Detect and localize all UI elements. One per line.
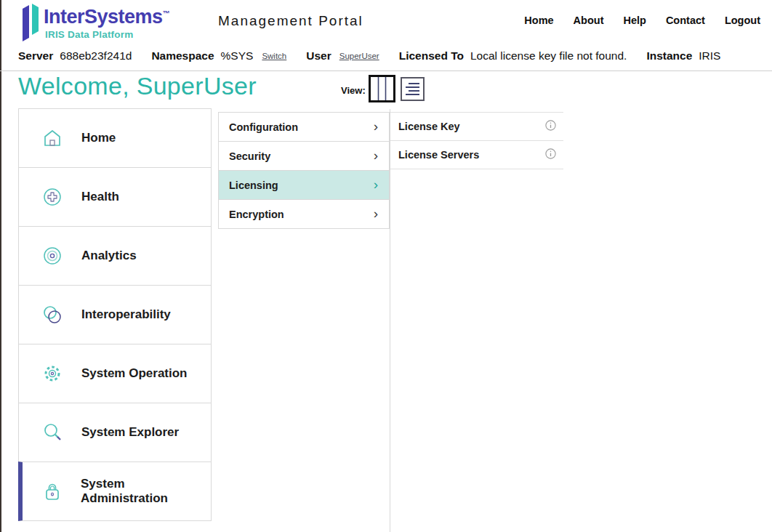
namespace-label: Namespace: [151, 49, 214, 63]
sidebar-item-system-administration[interactable]: System Administration: [18, 462, 212, 521]
chevron-right-icon: ›: [374, 177, 378, 191]
administration-submenu: Configuration › Security › Licensing › E…: [218, 113, 390, 229]
user-profile-link[interactable]: SuperUser: [339, 52, 379, 60]
main-menu-sidebar: Home Health Analytics: [18, 109, 212, 521]
sidebar-item-label: System Administration: [81, 477, 211, 506]
panel-item-label: License Servers: [398, 149, 479, 161]
panel-item-label: License Key: [398, 121, 460, 132]
header-divider: [0, 70, 772, 71]
top-nav: Home About Help Contact Logout: [524, 15, 760, 26]
submenu-item-licensing[interactable]: Licensing ›: [218, 170, 390, 200]
instance-value: IRIS: [699, 49, 720, 63]
system-operation-icon: [41, 362, 64, 385]
page-title: Management Portal: [218, 13, 363, 29]
health-icon: [41, 185, 64, 209]
submenu-item-label: Licensing: [229, 180, 278, 191]
licensing-panel: License Key License Servers: [390, 113, 563, 169]
user-label: User: [306, 49, 331, 63]
sidebar-item-analytics[interactable]: Analytics: [18, 226, 212, 286]
submenu-item-label: Encryption: [229, 209, 284, 220]
licensed-to-label: Licensed To: [399, 49, 464, 63]
sidebar-item-health[interactable]: Health: [18, 167, 212, 227]
licensed-to-value: Local license key file not found.: [470, 49, 627, 63]
page-left-edge: [0, 0, 1, 532]
sidebar-item-label: System Operation: [81, 366, 188, 381]
management-portal-page: InterSystems™ IRIS Data Platform Managem…: [0, 0, 772, 532]
view-label: View:: [341, 85, 366, 96]
submenu-item-label: Security: [229, 150, 270, 162]
system-explorer-icon: [41, 421, 64, 444]
panel-item-license-key[interactable]: License Key: [390, 112, 563, 141]
nav-link-about[interactable]: About: [574, 15, 604, 26]
brand-wordmark: InterSystems™: [44, 6, 169, 28]
sidebar-item-system-explorer[interactable]: System Explorer: [18, 403, 212, 462]
system-administration-icon: [41, 480, 63, 503]
interoperability-icon: [41, 303, 64, 326]
home-icon: [41, 126, 64, 150]
info-icon[interactable]: [545, 148, 556, 162]
nav-link-logout[interactable]: Logout: [725, 15, 760, 26]
info-icon[interactable]: [545, 120, 556, 134]
analytics-icon: [41, 244, 64, 267]
sidebar-item-label: Analytics: [81, 249, 137, 263]
submenu-item-configuration[interactable]: Configuration ›: [218, 112, 390, 142]
intersystems-logo-icon: [22, 2, 41, 44]
sidebar-item-interoperability[interactable]: Interoperability: [18, 285, 212, 344]
licensed-to-group: Licensed To Local license key file not f…: [399, 49, 627, 63]
chevron-right-icon: ›: [374, 148, 378, 162]
user-group: User SuperUser: [306, 49, 379, 63]
columns-view-icon[interactable]: [369, 75, 395, 102]
server-label: Server: [18, 49, 53, 63]
chevron-right-icon: ›: [374, 206, 378, 220]
switch-namespace-link[interactable]: Switch: [262, 52, 286, 60]
welcome-heading: Welcome, SuperUser: [18, 72, 257, 100]
nav-link-help[interactable]: Help: [623, 15, 646, 26]
column-divider: [390, 109, 390, 532]
instance-group: Instance IRIS: [646, 49, 720, 63]
namespace-value: %SYS: [221, 49, 254, 63]
panel-item-license-servers[interactable]: License Servers: [390, 140, 563, 169]
brand-subtitle: IRIS Data Platform: [45, 29, 133, 40]
sidebar-item-label: Interoperability: [81, 307, 171, 322]
sidebar-item-system-operation[interactable]: System Operation: [18, 344, 212, 403]
brand-name: InterSystems: [44, 6, 163, 28]
nav-link-contact[interactable]: Contact: [666, 15, 705, 26]
chevron-right-icon: ›: [374, 119, 378, 133]
sidebar-item-label: Home: [81, 131, 116, 145]
server-infobar: Server 688eb23f241d Namespace %SYS Switc…: [18, 47, 720, 65]
trademark-symbol: ™: [163, 9, 170, 17]
instance-label: Instance: [646, 49, 692, 63]
sidebar-item-label: Health: [81, 190, 119, 204]
server-value: 688eb23f241d: [60, 49, 132, 63]
submenu-item-label: Configuration: [229, 121, 298, 133]
submenu-item-security[interactable]: Security ›: [218, 141, 390, 171]
server-group: Server 688eb23f241d: [18, 49, 132, 63]
submenu-item-encryption[interactable]: Encryption ›: [218, 199, 390, 229]
list-view-icon[interactable]: [401, 77, 425, 101]
sidebar-item-home[interactable]: Home: [18, 108, 212, 168]
sidebar-item-label: System Explorer: [81, 425, 179, 440]
nav-link-home[interactable]: Home: [524, 15, 553, 26]
namespace-group: Namespace %SYS Switch: [151, 49, 286, 63]
